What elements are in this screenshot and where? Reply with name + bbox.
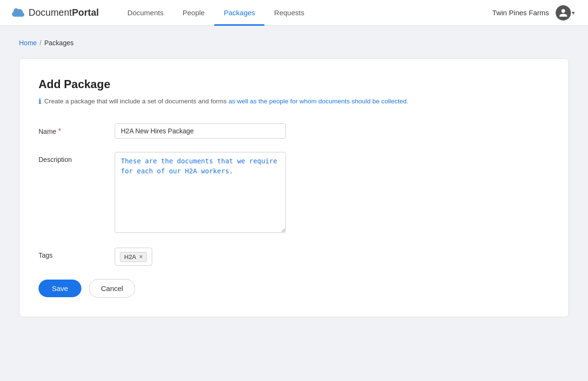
cancel-button[interactable]: Cancel bbox=[89, 279, 135, 298]
tags-row: Tags H2A × bbox=[39, 248, 546, 266]
description-input[interactable]: These are the documents that we require … bbox=[115, 152, 286, 233]
description-label: Description bbox=[39, 152, 115, 163]
info-icon: ℹ bbox=[39, 97, 41, 106]
avatar bbox=[556, 5, 571, 20]
brand-logo[interactable]: DocumentPortal bbox=[11, 7, 99, 18]
name-field bbox=[115, 123, 286, 139]
page-content: Home / Packages Add Package ℹ Create a p… bbox=[0, 26, 588, 331]
breadcrumb-separator: / bbox=[39, 39, 41, 47]
brand-text: DocumentPortal bbox=[29, 7, 99, 18]
save-button[interactable]: Save bbox=[39, 280, 81, 297]
navbar-right: Twin Pines Farms ▾ bbox=[492, 3, 577, 22]
required-star: * bbox=[58, 127, 61, 135]
user-menu-button[interactable]: ▾ bbox=[554, 3, 577, 22]
info-row: ℹ Create a package that will include a s… bbox=[39, 97, 546, 106]
nav-links: Documents People Packages Requests bbox=[118, 0, 314, 26]
nav-people[interactable]: People bbox=[173, 0, 215, 26]
nav-requests[interactable]: Requests bbox=[265, 0, 314, 26]
navbar: DocumentPortal Documents People Packages… bbox=[0, 0, 588, 26]
breadcrumb: Home / Packages bbox=[19, 39, 569, 47]
nav-documents[interactable]: Documents bbox=[118, 0, 173, 26]
tags-label: Tags bbox=[39, 248, 115, 259]
name-label: Name* bbox=[39, 123, 115, 136]
page-title: Add Package bbox=[39, 78, 546, 91]
description-row: Description These are the documents that… bbox=[39, 152, 546, 234]
name-row: Name* bbox=[39, 123, 546, 139]
info-text: Create a package that will include a set… bbox=[44, 97, 408, 106]
chevron-down-icon: ▾ bbox=[572, 10, 575, 16]
button-row: Save Cancel bbox=[39, 279, 546, 298]
add-package-card: Add Package ℹ Create a package that will… bbox=[19, 58, 569, 317]
org-name: Twin Pines Farms bbox=[492, 9, 549, 17]
tag-chip-h2a: H2A × bbox=[120, 252, 147, 262]
nav-packages[interactable]: Packages bbox=[214, 0, 265, 26]
breadcrumb-home[interactable]: Home bbox=[19, 39, 37, 47]
description-field: These are the documents that we require … bbox=[115, 152, 286, 234]
tag-label: H2A bbox=[124, 253, 136, 261]
breadcrumb-current: Packages bbox=[44, 39, 73, 47]
tags-input[interactable]: H2A × bbox=[115, 248, 152, 266]
cloud-icon bbox=[11, 8, 26, 18]
name-input[interactable] bbox=[115, 123, 286, 139]
tag-remove-button[interactable]: × bbox=[139, 253, 143, 260]
